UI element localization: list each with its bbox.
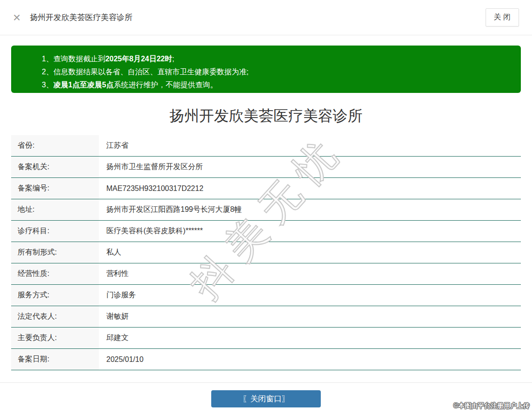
row-label: 备案编号: [11, 178, 99, 199]
table-row: 备案编号: MAE7235H932100317D2212 [11, 178, 521, 199]
row-label: 诊疗科目: [11, 221, 99, 242]
table-row: 备案机关: 扬州市卫生监督所开发区分所 [11, 157, 521, 178]
info-table: 省份: 江苏省 备案机关: 扬州市卫生监督所开发区分所 备案编号: MAE723… [11, 135, 521, 370]
header-title: 扬州开发欣美荟医疗美容诊所 [30, 12, 132, 23]
table-row: 经营性质: 营利性 [11, 263, 521, 285]
row-label: 备案机关: [11, 157, 99, 177]
header-bar: × 扬州开发欣美荟医疗美容诊所 关 闭 [0, 0, 532, 35]
table-row: 地址: 扬州市开发区江阳西路199号长河大厦8幢 [11, 199, 521, 221]
row-label: 所有制形式: [11, 242, 99, 263]
table-row: 主要负责人: 邱建文 [11, 328, 521, 349]
table-row: 备案日期: 2025/01/10 [11, 349, 521, 370]
page: × 扬州开发欣美荟医疗美容诊所 关 闭 1、查询数据截止到2025年8月24日2… [0, 0, 532, 413]
row-label: 备案日期: [11, 349, 99, 370]
notice-text: 2、信息数据结果以各省、自治区、直辖市卫生健康委数据为准; [42, 68, 248, 76]
notice-box: 1、查询数据截止到2025年8月24日22时; 2、信息数据结果以各省、自治区、… [11, 46, 521, 93]
row-label: 省份: [11, 135, 99, 156]
table-row: 法定代表人: 谢敏妍 [11, 306, 521, 328]
copyright-watermark-text: ©本图由平台注册用户上传 [454, 402, 530, 410]
close-window-button[interactable]: 〖关闭窗口〗 [211, 390, 321, 407]
notice-line-1: 1、查询数据截止到2025年8月24日22时; [42, 52, 512, 66]
row-value: 私人 [99, 242, 521, 263]
table-row: 诊疗科目: 医疗美容科(美容皮肤科)****** [11, 221, 521, 242]
clinic-title: 扬州开发欣美荟医疗美容诊所 [0, 105, 532, 127]
row-value: 扬州市卫生监督所开发区分所 [99, 157, 521, 177]
row-value: 邱建文 [99, 328, 521, 348]
notice-line-2: 2、信息数据结果以各省、自治区、直辖市卫生健康委数据为准; [42, 66, 512, 79]
row-label: 服务方式: [11, 285, 99, 306]
row-value: 营利性 [99, 263, 521, 284]
notice-text: 1、查询数据截止到 [42, 55, 105, 63]
table-row: 服务方式: 门诊服务 [11, 285, 521, 306]
notice-bold-text: 2025年8月24日22时 [105, 55, 172, 63]
row-label: 法定代表人: [11, 306, 99, 327]
notice-text: 系统进行维护，不能提供查询。 [114, 81, 218, 89]
notice-line-3: 3、凌晨1点至凌晨5点系统进行维护，不能提供查询。 [42, 79, 512, 92]
row-value: 2025/01/10 [99, 349, 521, 370]
row-value: 扬州市开发区江阳西路199号长河大厦8幢 [99, 199, 521, 220]
notice-text: ; [172, 55, 174, 63]
row-value: 门诊服务 [99, 285, 521, 306]
close-icon[interactable]: × [13, 11, 20, 24]
close-button[interactable]: 关 闭 [486, 8, 519, 26]
footer-divider [0, 382, 532, 383]
notice-text: 3、 [42, 81, 53, 89]
row-label: 主要负责人: [11, 328, 99, 348]
row-value: MAE7235H932100317D2212 [99, 178, 521, 199]
row-label: 经营性质: [11, 263, 99, 284]
table-row: 省份: 江苏省 [11, 135, 521, 157]
row-label: 地址: [11, 199, 99, 220]
row-value: 医疗美容科(美容皮肤科)****** [99, 221, 521, 242]
table-row: 所有制形式: 私人 [11, 242, 521, 263]
notice-bold-text: 凌晨1点至凌晨5点 [53, 81, 114, 89]
row-value: 江苏省 [99, 135, 521, 156]
row-value: 谢敏妍 [99, 306, 521, 327]
